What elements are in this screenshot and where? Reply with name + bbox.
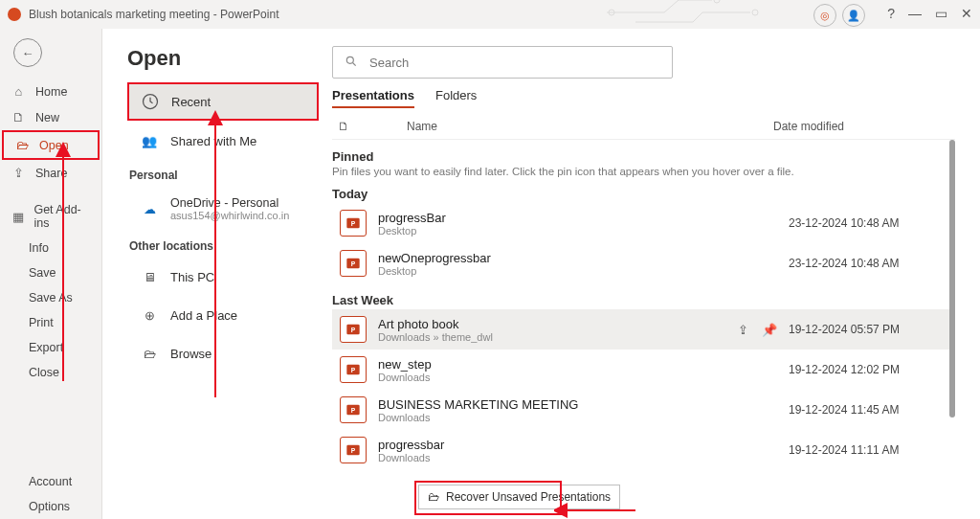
file-row[interactable]: P Art photo bookDownloads » theme_dwl ⇪📌… <box>332 309 955 350</box>
file-name: progressbar <box>378 438 766 452</box>
nav-info[interactable]: Info <box>0 236 101 260</box>
col-date[interactable]: Date modified <box>773 120 955 133</box>
addins-icon: ▦ <box>11 210 24 224</box>
source-label: Recent <box>171 95 211 109</box>
file-name: BUSINESS MARKETING MEETING <box>378 397 766 412</box>
back-button[interactable]: ← <box>13 38 42 67</box>
file-date: 19-12-2024 05:57 PM <box>789 323 951 336</box>
nav-addins[interactable]: ▦Get Add-ins <box>0 197 101 236</box>
nav-export[interactable]: Export <box>0 335 101 360</box>
user-avatar[interactable]: ◎ <box>813 4 836 27</box>
file-row[interactable]: P progressBarDesktop 23-12-2024 10:48 AM <box>332 203 955 243</box>
svg-point-1 <box>714 0 720 3</box>
file-location: Desktop <box>378 265 766 277</box>
account-avatar[interactable]: 👤 <box>842 4 865 27</box>
file-name: Art photo book <box>378 317 726 331</box>
onedrive-icon: ☁ <box>140 199 159 218</box>
file-date: 23-12-2024 10:48 AM <box>789 257 951 270</box>
pptx-icon: P <box>340 396 367 423</box>
share-file-icon[interactable]: ⇪ <box>738 323 748 337</box>
personal-header: Personal <box>129 169 319 182</box>
scrollbar[interactable] <box>949 140 955 417</box>
file-location: Downloads » theme_dwl <box>378 331 726 343</box>
file-list-column: Presentations Folders 🗋 Name Date modifi… <box>332 46 955 506</box>
search-field[interactable] <box>368 55 660 71</box>
file-row[interactable]: P progressbarDownloads 19-12-2024 11:11 … <box>332 430 955 470</box>
window-title: Blush botanicals marketing meeting - Pow… <box>29 8 278 21</box>
nav-print[interactable]: Print <box>0 310 101 335</box>
decorative-circuit-icon <box>607 0 817 27</box>
pptx-icon: P <box>340 210 367 237</box>
restore-icon[interactable]: ▭ <box>935 6 947 21</box>
file-date: 19-12-2024 12:02 PM <box>789 363 951 376</box>
file-name: newOneprogressbar <box>378 251 766 265</box>
file-location: Downloads <box>378 452 766 463</box>
source-label: Add a Place <box>170 308 237 323</box>
nav-label: Share <box>35 167 67 180</box>
new-icon: 🗋 <box>11 110 26 124</box>
open-icon: 🗁 <box>15 138 30 152</box>
tab-presentations[interactable]: Presentations <box>332 88 414 108</box>
file-row[interactable]: P new_stepDownloads 19-12-2024 12:02 PM <box>332 350 955 390</box>
onedrive-title: OneDrive - Personal <box>170 196 289 210</box>
source-onedrive[interactable]: ☁ OneDrive - Personal asus154@whirlwind.… <box>127 188 319 230</box>
svg-text:P: P <box>351 260 356 267</box>
file-location: Desktop <box>378 225 766 237</box>
source-recent[interactable]: Recent <box>127 82 319 121</box>
tab-folders[interactable]: Folders <box>435 88 477 108</box>
open-sources-column: Open Recent 👥 Shared with Me Personal ☁ … <box>127 46 319 506</box>
search-input[interactable] <box>332 46 673 79</box>
col-name[interactable]: Name <box>407 120 773 133</box>
source-browse[interactable]: 🗁Browse <box>127 335 319 372</box>
minimize-icon[interactable]: — <box>908 6 922 21</box>
column-headers: 🗋 Name Date modified <box>332 114 955 140</box>
pin-file-icon[interactable]: 📌 <box>762 323 777 337</box>
pc-icon: 🖥 <box>140 267 159 286</box>
svg-text:P: P <box>351 407 356 414</box>
nav-save[interactable]: Save <box>0 260 101 285</box>
file-location: Downloads <box>378 412 766 423</box>
file-date: 19-12-2024 11:45 AM <box>789 403 951 417</box>
title-bar: Blush botanicals marketing meeting - Pow… <box>0 0 980 29</box>
source-label: This PC <box>170 270 214 284</box>
nav-share[interactable]: ⇪Share <box>0 160 101 186</box>
onedrive-subtitle: asus154@whirlwind.co.in <box>170 210 289 221</box>
close-icon[interactable]: ✕ <box>961 6 972 21</box>
nav-label: Get Add-ins <box>33 203 90 230</box>
share-icon: ⇪ <box>11 166 26 180</box>
group-lastweek: Last Week <box>332 293 955 307</box>
left-nav: ← ⌂Home 🗋New 🗁Open ⇪Share ▦Get Add-ins I… <box>0 29 102 519</box>
pptx-icon: P <box>340 437 367 463</box>
group-today: Today <box>332 187 955 201</box>
nav-label: Open <box>39 139 69 152</box>
file-name: new_step <box>378 357 766 372</box>
folder-icon: 🗁 <box>140 344 159 363</box>
nav-new[interactable]: 🗋New <box>0 104 101 130</box>
pptx-icon: P <box>340 356 367 383</box>
source-thispc[interactable]: 🖥This PC <box>127 259 319 295</box>
file-name: progressBar <box>378 211 766 225</box>
nav-saveas[interactable]: Save As <box>0 285 101 310</box>
svg-point-4 <box>346 56 353 63</box>
home-icon: ⌂ <box>11 84 26 99</box>
nav-home[interactable]: ⌂Home <box>0 79 101 104</box>
nav-label: Home <box>35 85 67 99</box>
source-addplace[interactable]: ⊕Add a Place <box>127 297 319 333</box>
file-row[interactable]: P newOneprogressbarDesktop 23-12-2024 10… <box>332 243 955 283</box>
folder-icon: 🗁 <box>428 490 439 504</box>
recover-unsaved-button[interactable]: 🗁 Recover Unsaved Presentations <box>418 485 620 509</box>
nav-options[interactable]: Options <box>0 494 101 519</box>
addplace-icon: ⊕ <box>140 305 159 325</box>
file-date: 23-12-2024 10:48 AM <box>789 216 951 230</box>
recover-label: Recover Unsaved Presentations <box>446 490 611 504</box>
help-icon[interactable]: ? <box>887 6 895 21</box>
nav-account[interactable]: Account <box>0 469 101 494</box>
pptx-icon: P <box>340 316 367 343</box>
nav-close[interactable]: Close <box>0 360 101 385</box>
nav-open[interactable]: 🗁Open <box>2 130 100 160</box>
page-title: Open <box>127 46 319 71</box>
other-locations-header: Other locations <box>129 239 319 253</box>
file-row[interactable]: P BUSINESS MARKETING MEETINGDownloads 19… <box>332 390 955 430</box>
app-brand-icon <box>8 8 21 21</box>
source-shared[interactable]: 👥 Shared with Me <box>127 123 319 159</box>
